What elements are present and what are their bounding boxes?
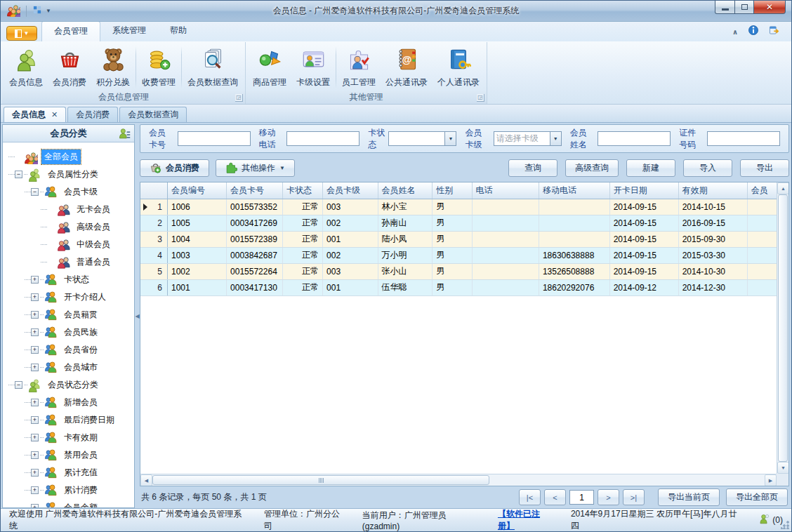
last-page-button[interactable]: >| [623, 489, 645, 505]
qat-dropdown-icon[interactable]: ▼ [46, 8, 51, 14]
expand-node-icon[interactable]: + [31, 486, 39, 494]
export-current-page-button[interactable]: 导出当前页 [658, 488, 720, 506]
close-tab-icon[interactable]: ✕ [51, 110, 58, 119]
table-row[interactable]: 610010003417130正常001伍华聪男186202920762014-… [140, 279, 788, 295]
column-header-电话[interactable]: 电话 [472, 182, 539, 199]
dialog-launcher-icon[interactable]: ◲ [235, 94, 243, 102]
window-layout-icon[interactable] [32, 5, 42, 18]
expand-node-icon[interactable]: + [31, 346, 39, 354]
ribbon-button-公共通讯录[interactable]: @公共通讯录 [381, 46, 433, 90]
exit-icon[interactable] [769, 25, 780, 39]
tree-item-累计消费[interactable]: +累计消费 [7, 481, 133, 499]
page-number-input[interactable] [569, 490, 594, 505]
collapse-ribbon-icon[interactable]: ∧ [732, 28, 738, 36]
scroll-up-icon[interactable]: ▲ [777, 182, 789, 194]
horizontal-scrollbar[interactable]: ◀ ▶ [140, 474, 777, 486]
expand-node-icon[interactable]: + [31, 328, 39, 336]
ribbon-button-商品管理[interactable]: 商品管理 [248, 46, 291, 90]
toolbar-button-导入[interactable]: 导入 [683, 159, 732, 177]
tree-item-高级会员[interactable]: 高级会员 [7, 218, 133, 236]
column-header-会员卡级[interactable]: 会员卡级 [323, 182, 378, 199]
tree-item-普通会员[interactable]: 普通会员 [7, 253, 133, 271]
id-number-input[interactable] [707, 131, 780, 146]
tree-item-会员余额[interactable]: +会员余额 [7, 499, 133, 507]
tree-item-会员民族[interactable]: +会员民族 [7, 324, 133, 341]
member-name-input[interactable] [598, 131, 671, 146]
expand-node-icon[interactable]: + [31, 293, 39, 301]
document-tab-会员信息[interactable]: 会员信息✕ [4, 107, 66, 122]
tree-item-会员籍贯[interactable]: +会员籍贯 [7, 306, 133, 324]
expand-node-icon[interactable]: + [31, 504, 39, 507]
expand-node-icon[interactable]: + [31, 311, 39, 319]
expand-node-icon[interactable]: + [31, 416, 39, 424]
first-page-button[interactable]: |< [519, 489, 541, 505]
expand-node-icon[interactable]: + [31, 469, 39, 477]
scroll-down-icon[interactable]: ▼ [777, 462, 789, 474]
expand-node-icon[interactable]: + [31, 364, 39, 371]
prev-page-button[interactable]: < [544, 489, 566, 505]
toolbar-button-高级查询[interactable]: 高级查询 [565, 159, 619, 177]
next-page-button[interactable]: > [598, 489, 619, 505]
tree-item-最后消费日期[interactable]: +最后消费日期 [7, 411, 133, 429]
ribbon-button-会员信息[interactable]: 会员信息 [4, 46, 48, 90]
column-header-会员卡号[interactable]: 会员卡号 [227, 182, 283, 199]
toolbar-button-查询[interactable]: 查询 [508, 159, 557, 177]
collapse-node-icon[interactable]: − [15, 381, 22, 389]
column-header-开卡日期[interactable]: 开卡日期 [609, 182, 678, 199]
ribbon-button-个人通讯录[interactable]: 个人通讯录 [433, 46, 484, 90]
sidebar-splitter[interactable]: ◀ [135, 124, 140, 508]
table-row[interactable]: 510020015572264正常003张小山男135265088882014-… [140, 263, 788, 279]
tree-item-新增会员[interactable]: +新增会员 [7, 394, 133, 411]
registered-link[interactable]: 【软件已注册】 [498, 508, 557, 532]
tree-item-累计充值[interactable]: +累计充值 [7, 464, 133, 481]
tree-item-会员城市[interactable]: +会员城市 [7, 359, 133, 376]
toolbar-button-导出[interactable]: 导出 [740, 159, 789, 177]
column-header-会员编号[interactable]: 会员编号 [168, 182, 227, 199]
member-list-icon[interactable] [119, 128, 131, 142]
member-consume-button[interactable]: 会员消费 [140, 159, 209, 177]
card-status-select[interactable] [388, 131, 444, 146]
resize-grip[interactable] [781, 521, 789, 529]
collapse-node-icon[interactable]: − [31, 188, 39, 196]
close-button[interactable]: ✕ [754, 1, 786, 14]
card-level-select[interactable] [494, 131, 550, 146]
toolbar-button-新建[interactable]: 新建 [626, 159, 675, 177]
tree-item-会员状态分类[interactable]: −会员状态分类 [7, 376, 133, 394]
combo-dropdown-icon[interactable]: ▼ [444, 131, 456, 146]
tree-item-卡有效期[interactable]: +卡有效期 [7, 429, 133, 446]
horizontal-scroll-thumb[interactable] [152, 475, 489, 485]
vertical-scrollbar[interactable]: ▲ ▼ [777, 182, 788, 474]
info-icon[interactable] [748, 25, 759, 39]
card-no-input[interactable] [178, 131, 251, 146]
column-header-有效期[interactable]: 有效期 [678, 182, 747, 199]
expand-node-icon[interactable]: + [31, 451, 39, 459]
document-tab-会员消费[interactable]: 会员消费 [67, 107, 118, 122]
table-row[interactable]: 310040015572389正常001陆小凤男2014-09-152015-0… [140, 231, 788, 247]
minimize-button[interactable] [715, 1, 735, 14]
ribbon-button-收费管理[interactable]: 收费管理 [137, 46, 180, 90]
maximize-button[interactable] [735, 1, 754, 14]
ribbon-button-积分兑换[interactable]: 积分兑换 [91, 46, 135, 90]
other-operations-button[interactable]: 其他操作 ▼ [216, 159, 295, 177]
tree-item-无卡会员[interactable]: 无卡会员 [7, 201, 133, 218]
table-row[interactable]: 410030003842687正常002万小明男186306388882014-… [140, 247, 788, 263]
application-menu-button[interactable]: ▼ [6, 26, 37, 41]
table-row[interactable]: 210050003417269正常002孙南山男2014-09-152016-0… [140, 215, 788, 231]
expand-node-icon[interactable]: + [31, 399, 39, 406]
tree-item-禁用会员[interactable]: +禁用会员 [7, 446, 133, 464]
dialog-launcher-icon[interactable]: ◲ [477, 94, 484, 102]
scroll-right-icon[interactable]: ▶ [765, 474, 777, 486]
ribbon-button-会员数据查询[interactable]: 会员数据查询 [183, 46, 243, 90]
ribbon-button-卡级设置[interactable]: 卡级设置 [291, 46, 335, 90]
tree-item-会员属性分类[interactable]: −会员属性分类 [7, 166, 133, 183]
document-tab-会员数据查询[interactable]: 会员数据查询 [119, 107, 187, 122]
column-header-卡状态[interactable]: 卡状态 [282, 182, 322, 199]
tree-item-开卡介绍人[interactable]: +开卡介绍人 [7, 288, 133, 306]
column-header-性别[interactable]: 性别 [433, 182, 472, 199]
tree-item-会员卡级[interactable]: −会员卡级 [7, 183, 133, 201]
table-row[interactable]: 110060015573352正常003林小宝男2014-09-152014-1… [140, 199, 788, 215]
column-header-会员姓名[interactable]: 会员姓名 [378, 182, 433, 199]
vertical-scroll-thumb[interactable] [778, 194, 788, 462]
ribbon-button-会员消费[interactable]: 会员消费 [48, 46, 91, 90]
ribbon-tab-帮助[interactable]: 帮助 [158, 21, 199, 41]
